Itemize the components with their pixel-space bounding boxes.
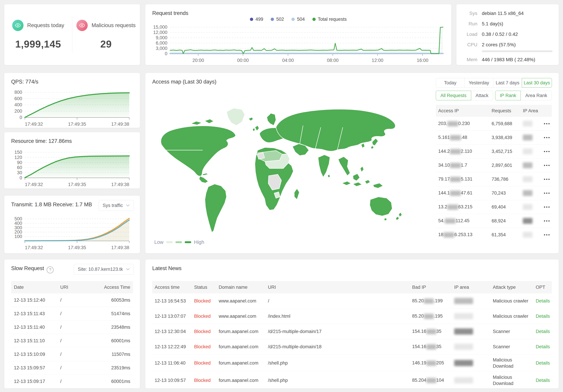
slow-request-row: 12-13 15:09:57 / 23519ms: [11, 361, 133, 375]
access-time-cell: 60053ms: [97, 297, 133, 303]
redacted-flag: [523, 204, 532, 210]
ip-area-cell: [452, 357, 490, 368]
svg-text:100: 100: [14, 234, 22, 239]
date-range-tabs: TodayYesterdayLast 7 daysLast 30 days: [436, 78, 552, 88]
system-info-row: Mem 446 / 1983 MB ( 22.48%): [462, 57, 552, 65]
svg-text:150: 150: [14, 150, 22, 155]
uri-cell: /: [57, 325, 97, 330]
ip-rank-header: Access IP Requests IP Area: [436, 105, 552, 117]
traffic-type-select[interactable]: Sys traffic: [99, 200, 134, 211]
traffic-chart: 10020030040050017:49:3217:49:3517:49:38: [11, 213, 133, 251]
uri-cell: /: [57, 297, 97, 303]
more-options-icon[interactable]: •••: [540, 135, 552, 140]
svg-text:20:00: 20:00: [192, 58, 204, 63]
requests-cell: 70,243: [489, 191, 521, 196]
ip-rank-row: 144.22.110 3,452,715 •••: [436, 145, 552, 159]
ip-area-cell: [520, 190, 540, 196]
uri-cell: /: [57, 379, 97, 384]
date-cell: 12-13 15:12:40: [11, 297, 57, 303]
rank-filter-tabs: IP RankArea Rank: [495, 91, 552, 100]
world-map: [148, 89, 422, 240]
uri-cell: /shell.php: [266, 358, 410, 368]
requests-cell: 6,759,688: [489, 121, 521, 126]
legend-item[interactable]: 504: [292, 17, 305, 22]
access-time-cell: 60001ms: [97, 338, 133, 343]
qps-chart: 020040060080017:49:3217:49:3517:49:38: [11, 87, 133, 128]
redacted-flag: [523, 135, 532, 140]
legend-dot-icon: [292, 18, 295, 21]
col-access-time: Access Time: [97, 285, 133, 290]
more-options-icon[interactable]: •••: [540, 218, 552, 224]
status-badge: Blocked: [192, 342, 216, 352]
legend-label: 504: [297, 17, 305, 22]
redacted-flag: [523, 232, 532, 238]
more-options-icon[interactable]: •••: [540, 177, 552, 182]
access-time-cell: 12-13 12:30:04: [152, 327, 192, 337]
site-select[interactable]: Site: 10.87.kern123.tk: [74, 264, 134, 275]
ip-area-cell: [520, 232, 540, 238]
low-density-swatch: [166, 241, 173, 243]
more-options-icon[interactable]: •••: [540, 232, 552, 237]
domain-cell: forum.aapanel.com: [216, 358, 266, 368]
access-map-title: Access map (Last 30 days): [152, 79, 217, 85]
svg-text:17:49:32: 17:49:32: [25, 182, 43, 187]
access-ip-cell: 54.112.45: [436, 218, 489, 224]
svg-text:16:00: 16:00: [417, 58, 428, 63]
col-access-ip: Access IP: [436, 108, 489, 113]
news-col-bad-ip: Bad IP: [410, 285, 452, 290]
redacted-area: [454, 313, 473, 319]
svg-text:60: 60: [17, 165, 22, 170]
tab-last-7-days[interactable]: Last 7 days: [493, 78, 522, 88]
legend-high-label: High: [194, 239, 204, 245]
latest-news-table: Access timeStatusDomain nameURIBad IPIP …: [152, 281, 552, 389]
help-icon[interactable]: ?: [47, 267, 53, 273]
more-options-icon[interactable]: •••: [540, 121, 552, 126]
access-time-cell: 12-13 16:54:53: [152, 296, 192, 306]
news-row: 12-13 12:30:04 Blocked forum.aapanel.com…: [152, 324, 552, 339]
legend-label: 499: [256, 17, 263, 22]
more-options-icon[interactable]: •••: [540, 204, 552, 210]
svg-text:00:00: 00:00: [237, 58, 249, 63]
tab-last-30-days[interactable]: Last 30 days: [522, 78, 552, 88]
tab-yesterday[interactable]: Yesterday: [464, 78, 493, 88]
slow-request-row: 12-13 15:10:09 / 11507ms: [11, 348, 133, 361]
details-link[interactable]: Details: [533, 358, 552, 368]
tab-today[interactable]: Today: [436, 78, 465, 88]
ip-rank-row: 203.0.230 6,759,688 •••: [436, 117, 552, 131]
sys-row-label: Sys: [462, 11, 477, 16]
legend-item[interactable]: 499: [250, 17, 263, 22]
redacted-area: [454, 328, 473, 335]
system-info-row: CPU 2 cores (57.5%): [462, 42, 552, 52]
uri-cell: /: [57, 365, 97, 371]
bad-ip-cell: 85.20.195: [410, 311, 452, 321]
details-link[interactable]: Details: [533, 375, 552, 385]
status-badge: Blocked: [192, 296, 216, 306]
svg-text:400: 400: [14, 102, 22, 107]
redacted-flag: [523, 218, 532, 224]
ip-rank-row: 54.112.45 68,924 •••: [436, 214, 552, 228]
access-ip-cell: 13.263.215: [436, 204, 489, 210]
more-options-icon[interactable]: •••: [540, 149, 552, 154]
tab-all-requests[interactable]: All Requests: [436, 91, 471, 100]
requests-cell: 736,786: [489, 177, 521, 182]
legend-item[interactable]: 502: [271, 17, 284, 22]
more-options-icon[interactable]: •••: [540, 191, 552, 196]
legend-item[interactable]: Total requests: [312, 17, 347, 22]
requests-today-label: Requests today: [27, 22, 64, 28]
ip-area-cell: [520, 176, 540, 182]
details-link[interactable]: Details: [533, 296, 552, 306]
redacted-ip-segment: [450, 149, 461, 154]
details-link[interactable]: Details: [533, 311, 552, 321]
stats-wrap: Requests today 1,999,145 Malicious reque…: [4, 4, 140, 65]
request-trends-chart: 03,0006,0009,00012,00015,00020:0000:0004…: [152, 24, 445, 64]
col-uri: URI: [57, 285, 97, 290]
details-link[interactable]: Details: [533, 327, 552, 337]
tab-attack[interactable]: Attack: [471, 91, 493, 100]
tab-area-rank[interactable]: Area Rank: [521, 91, 552, 100]
access-ip-cell: 186.253.13: [436, 232, 489, 237]
svg-text:17:49:38: 17:49:38: [111, 122, 129, 127]
details-link[interactable]: Details: [533, 342, 552, 352]
high-density-swatch: [185, 241, 191, 243]
more-options-icon[interactable]: •••: [540, 163, 552, 168]
tab-ip-rank[interactable]: IP Rank: [495, 91, 521, 100]
